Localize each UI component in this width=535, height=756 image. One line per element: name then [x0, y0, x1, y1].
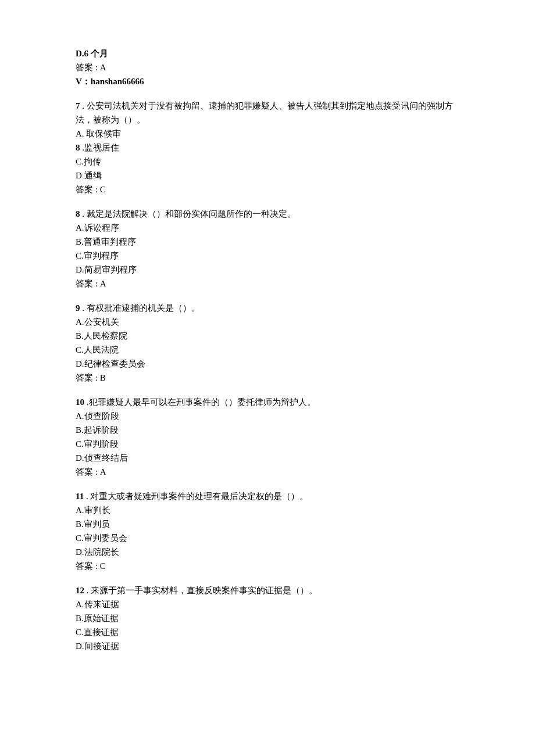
option-c: C.人民法院 [76, 343, 459, 357]
answer-line: 答案 : A [76, 277, 459, 291]
option-d: D.6 个月 [76, 46, 459, 60]
question-7: 7 . 公安司法机关对于没有被拘留、逮捕的犯罪嫌疑人、被告人强制其到指定地点接受… [76, 99, 459, 196]
option-c: C.直接证据 [76, 625, 459, 639]
option-c: C.审判委员会 [76, 531, 459, 545]
option-a: A.审判长 [76, 503, 459, 517]
option-b: B.原始证据 [76, 611, 459, 625]
option-d: D.纪律检查委员会 [76, 357, 459, 371]
option-a: A.传来证据 [76, 597, 459, 611]
question-9: 9 . 有权批准逮捕的机关是（）。 A.公安机关 B.人民检察院 C.人民法院 … [76, 301, 459, 385]
question-12: 12 . 来源于第一手事实材料，直接反映案件事实的证据是（）。 A.传来证据 B… [76, 583, 459, 653]
option-b: B.人民检察院 [76, 329, 459, 343]
option-d: D.法院院长 [76, 545, 459, 559]
option-a: A.公安机关 [76, 315, 459, 329]
answer-line: 答案 : B [76, 371, 459, 385]
option-c: C.拘传 [76, 155, 459, 169]
option-b: B.审判员 [76, 517, 459, 531]
option-c: C.审判程序 [76, 249, 459, 263]
question-text: 7 . 公安司法机关对于没有被拘留、逮捕的犯罪嫌疑人、被告人强制其到指定地点接受… [76, 99, 459, 127]
question-text: 12 . 来源于第一手事实材料，直接反映案件事实的证据是（）。 [76, 583, 459, 597]
option-a: A.侦查阶段 [76, 409, 459, 423]
question-text: 10 .犯罪嫌疑人最早可以在刑事案件的（）委托律师为辩护人。 [76, 395, 459, 409]
option-a: A.诉讼程序 [76, 221, 459, 235]
option-b: B.普通审判程序 [76, 235, 459, 249]
answer-line: 答案 : A [76, 60, 459, 74]
option-b: B.起诉阶段 [76, 423, 459, 437]
option-a: A. 取保候审 [76, 127, 459, 141]
option-d: D.简易审判程序 [76, 263, 459, 277]
question-text: 11 . 对重大或者疑难刑事案件的处理有最后决定权的是（）。 [76, 489, 459, 503]
option-d: D 通缉 [76, 169, 459, 182]
option-d: D.间接证据 [76, 639, 459, 653]
option-d: D.侦查终结后 [76, 451, 459, 465]
question-text: 8 . 裁定是法院解决（）和部份实体问题所作的一种决定。 [76, 207, 459, 221]
answer-line: 答案 : A [76, 465, 459, 479]
option-b: 8 .监视居住 [76, 141, 459, 155]
question-text: 9 . 有权批准逮捕的机关是（）。 [76, 301, 459, 315]
answer-line: 答案 : C [76, 182, 459, 196]
top-fragment: D.6 个月 答案 : A V：hanshan66666 [76, 46, 459, 88]
option-c: C.审判阶段 [76, 437, 459, 451]
v-line: V：hanshan66666 [76, 74, 459, 88]
document-page: D.6 个月 答案 : A V：hanshan66666 7 . 公安司法机关对… [0, 0, 535, 756]
answer-line: 答案 : C [76, 559, 459, 573]
question-10: 10 .犯罪嫌疑人最早可以在刑事案件的（）委托律师为辩护人。 A.侦查阶段 B.… [76, 395, 459, 479]
question-11: 11 . 对重大或者疑难刑事案件的处理有最后决定权的是（）。 A.审判长 B.审… [76, 489, 459, 573]
question-8: 8 . 裁定是法院解决（）和部份实体问题所作的一种决定。 A.诉讼程序 B.普通… [76, 207, 459, 291]
